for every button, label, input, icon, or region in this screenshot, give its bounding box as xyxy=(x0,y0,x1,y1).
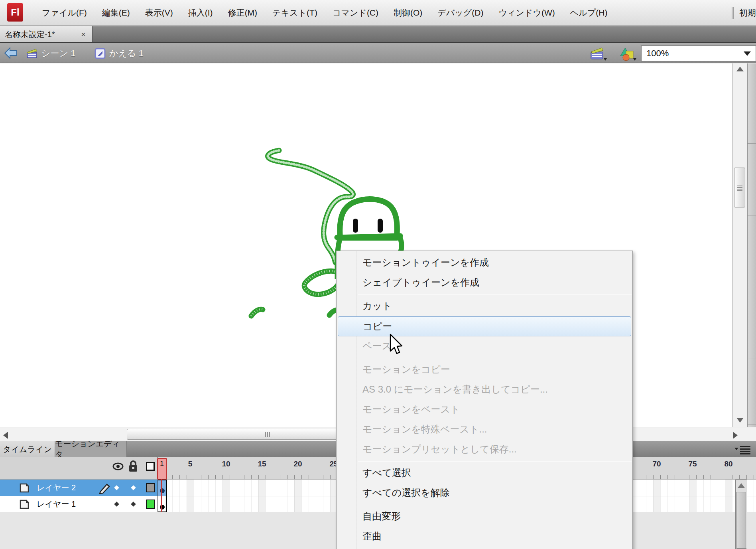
context-menu-item[interactable]: カット xyxy=(338,296,631,316)
scene-label: シーン 1 xyxy=(41,47,75,59)
layer-color-swatch[interactable] xyxy=(146,500,155,509)
keyframe-dot[interactable] xyxy=(160,488,165,493)
context-menu-item[interactable]: すべての選択を解除 xyxy=(338,483,631,503)
zoom-value: 100% xyxy=(642,48,744,59)
playhead[interactable]: 1 xyxy=(157,458,167,480)
edit-bar: シーン 1 かえる 1 100% xyxy=(0,42,756,63)
context-menu-item[interactable]: すべて選択 xyxy=(338,463,631,483)
menubar-item[interactable]: ウィンドウ(W) xyxy=(491,0,562,26)
ruler-number: 75 xyxy=(688,460,697,468)
context-menu-separator xyxy=(358,461,632,462)
scroll-grip xyxy=(265,432,266,437)
layer-page-icon xyxy=(19,499,30,510)
close-icon[interactable]: × xyxy=(79,30,87,39)
menubar-item[interactable]: ヘルプ(H) xyxy=(563,0,615,26)
edit-symbol-button-icon[interactable] xyxy=(619,46,637,62)
mouse-cursor-icon xyxy=(389,334,404,354)
context-menu-item: AS 3.0 にモーションを書き出してコピー... xyxy=(338,380,631,400)
scroll-up-icon[interactable] xyxy=(736,67,744,71)
menubar-item[interactable]: デバッグ(D) xyxy=(430,0,491,26)
fl-logo-icon[interactable]: Fl xyxy=(7,3,23,22)
edit-scene-button-icon[interactable] xyxy=(589,46,608,62)
scroll-grip xyxy=(737,186,742,186)
document-tab-title: 名称未設定-1* xyxy=(5,29,79,40)
ruler-number: 20 xyxy=(293,460,302,468)
ruler-number: 80 xyxy=(724,460,732,468)
menubar-item[interactable]: テキスト(T) xyxy=(265,0,325,26)
menubar-right: 初期 xyxy=(732,0,756,26)
layer-row[interactable]: レイヤー 2 xyxy=(0,480,158,496)
layer-controls-header xyxy=(0,457,158,480)
context-menu-item[interactable]: シェイプトゥイーンを作成 xyxy=(338,273,631,293)
scroll-right-icon[interactable] xyxy=(733,432,738,439)
document-tabbar: 名称未設定-1* × xyxy=(0,26,756,42)
layer-page-icon xyxy=(19,483,30,493)
back-arrow-icon[interactable] xyxy=(4,47,18,59)
symbol-label: かえる 1 xyxy=(109,47,144,59)
ruler-number: 70 xyxy=(652,460,661,468)
menubar-item[interactable]: コマンド(C) xyxy=(325,0,386,26)
scene-icon xyxy=(26,48,38,59)
stage-vertical-scrollbar[interactable] xyxy=(732,63,747,427)
context-menu-item: モーションをペースト xyxy=(338,400,631,420)
symbol-icon xyxy=(94,48,106,59)
panel-menu-icon[interactable] xyxy=(734,444,751,455)
ruler-number: 10 xyxy=(222,460,230,468)
menubar-item[interactable]: 表示(V) xyxy=(138,0,181,26)
eye-icon[interactable] xyxy=(112,462,124,471)
context-menu-item[interactable]: 歪曲 xyxy=(338,527,631,547)
breadcrumb-scene[interactable]: シーン 1 xyxy=(26,43,75,64)
context-menu-separator xyxy=(358,294,632,295)
layer-row[interactable]: レイヤー 1 xyxy=(0,496,158,512)
breadcrumb-symbol[interactable]: かえる 1 xyxy=(94,43,144,64)
ruler-number: 15 xyxy=(258,460,266,468)
timeline-vscroll-thumb[interactable] xyxy=(736,492,746,549)
menubar-item[interactable]: ファイル(F) xyxy=(34,0,94,26)
layer-name[interactable]: レイヤー 2 xyxy=(37,480,76,496)
menubar-divider xyxy=(732,7,732,19)
chevron-down-icon[interactable] xyxy=(744,51,751,56)
pencil-icon xyxy=(97,482,111,494)
timeline-vertical-scrollbar[interactable] xyxy=(735,480,747,549)
layer-visibility-dot[interactable] xyxy=(131,485,136,490)
context-menu-item: モーションを特殊ペースト... xyxy=(338,420,631,440)
outline-view-icon[interactable] xyxy=(146,462,155,471)
tab-motion-editor[interactable]: モーションエディタ xyxy=(55,441,127,457)
scroll-up-icon[interactable] xyxy=(738,483,745,488)
layer-color-swatch[interactable] xyxy=(146,483,155,492)
stage-hscroll-thumb[interactable] xyxy=(127,429,338,440)
layer-visibility-dot[interactable] xyxy=(131,502,136,507)
menubar-item[interactable]: 編集(E) xyxy=(94,0,138,26)
menubar-items: ファイル(F)編集(E)表示(V)挿入(I)修正(M)テキスト(T)コマンド(C… xyxy=(34,0,615,26)
layer-visibility-dot[interactable] xyxy=(114,502,119,507)
menubar-item[interactable]: 修正(M) xyxy=(220,0,265,26)
layer-visibility-dot[interactable] xyxy=(114,485,119,490)
menubar-item[interactable]: 制御(O) xyxy=(386,0,430,26)
context-menu-item: ペースト xyxy=(338,336,631,356)
document-tab[interactable]: 名称未設定-1* × xyxy=(0,26,93,42)
scroll-left-icon[interactable] xyxy=(3,432,8,439)
layer-name[interactable]: レイヤー 1 xyxy=(37,496,76,512)
stage-vscroll-thumb[interactable] xyxy=(734,168,745,207)
context-menu-separator xyxy=(358,505,632,505)
context-menu-item: モーションをコピー xyxy=(338,360,631,380)
context-menu-item[interactable]: コピー xyxy=(338,316,631,336)
ruler-number: 5 xyxy=(188,460,193,468)
scroll-down-icon[interactable] xyxy=(736,418,744,423)
tab-timeline[interactable]: タイムライン xyxy=(0,441,55,457)
flash-window: Fl ファイル(F)編集(E)表示(V)挿入(I)修正(M)テキスト(T)コマン… xyxy=(0,0,756,549)
menubar-item[interactable]: 挿入(I) xyxy=(181,0,220,26)
keyframe-dot[interactable] xyxy=(160,505,165,510)
workspace-switcher[interactable]: 初期 xyxy=(734,7,756,18)
menubar: Fl ファイル(F)編集(E)表示(V)挿入(I)修正(M)テキスト(T)コマン… xyxy=(0,0,756,26)
zoom-combobox[interactable]: 100% xyxy=(641,45,756,61)
context-menu-item[interactable]: モーショントゥイーンを作成 xyxy=(338,253,631,273)
context-menu-item: モーションプリセットとして保存... xyxy=(338,440,631,460)
context-menu-separator xyxy=(358,358,632,358)
context-menu-item[interactable]: 自由変形 xyxy=(338,507,631,527)
lock-icon[interactable] xyxy=(128,460,138,472)
context-menu: モーショントゥイーンを作成シェイプトゥイーンを作成カットコピーペーストモーション… xyxy=(336,251,633,549)
